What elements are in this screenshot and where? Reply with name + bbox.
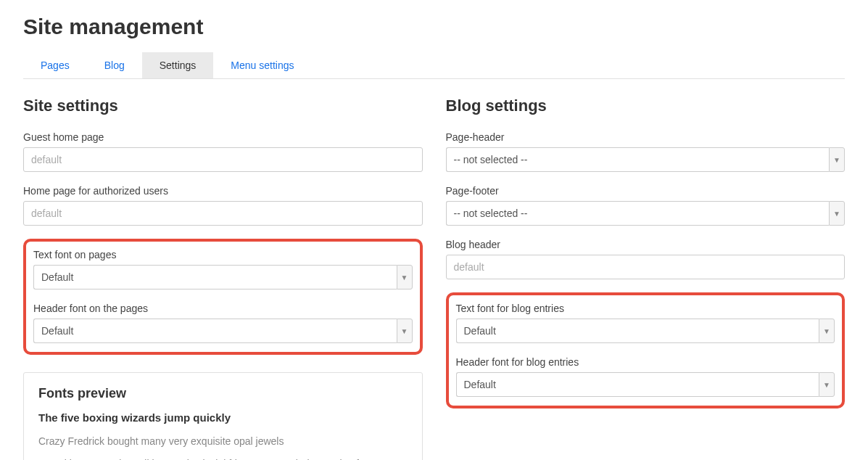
page-title: Site management (23, 15, 845, 39)
blog-header-input[interactable] (446, 255, 846, 279)
blog-header-field: Blog header (446, 239, 846, 279)
chevron-down-icon: ▼ (397, 265, 413, 289)
header-font-value: Default (33, 319, 397, 343)
blog-header-font-value: Default (456, 372, 819, 397)
blog-settings-heading: Blog settings (446, 96, 846, 115)
tab-blog[interactable]: Blog (87, 52, 142, 78)
header-font-label: Header font on the pages (33, 303, 413, 314)
fonts-preview-title: Fonts preview (38, 386, 408, 401)
page-header-field: Page-header -- not selected -- ▼ (446, 131, 846, 172)
site-fonts-highlight: Text font on pages Default ▼ Header font… (23, 239, 423, 355)
guest-home-label: Guest home page (23, 131, 423, 143)
fonts-preview-card: Fonts preview The five boxing wizards ju… (23, 372, 423, 460)
page-header-label: Page-header (446, 131, 846, 143)
blog-text-font-field: Text font for blog entries Default ▼ (456, 303, 835, 343)
page-footer-field: Page-footer -- not selected -- ▼ (446, 185, 846, 226)
text-font-field: Text font on pages Default ▼ (33, 249, 413, 289)
site-settings-heading: Site settings (23, 96, 423, 115)
blog-header-font-label: Header font for blog entries (456, 356, 835, 368)
chevron-down-icon: ▼ (819, 372, 835, 397)
guest-home-field: Guest home page (23, 131, 423, 172)
blog-fonts-highlight: Text font for blog entries Default ▼ Hea… (446, 292, 846, 408)
tab-settings[interactable]: Settings (142, 52, 214, 78)
page-footer-label: Page-footer (446, 185, 846, 197)
text-font-value: Default (33, 265, 397, 289)
chevron-down-icon: ▼ (829, 147, 845, 172)
tabs: Pages Blog Settings Menu settings (23, 52, 845, 79)
blog-text-font-value: Default (456, 319, 819, 343)
page-footer-value: -- not selected -- (446, 201, 830, 226)
blog-header-label: Blog header (446, 239, 846, 250)
tab-pages[interactable]: Pages (23, 52, 87, 78)
auth-home-label: Home page for authorized users (23, 185, 423, 197)
auth-home-input[interactable] (23, 201, 423, 226)
chevron-down-icon: ▼ (829, 201, 845, 226)
fonts-preview-line1: Crazy Fredrick bought many very exquisit… (38, 434, 408, 449)
blog-header-font-select[interactable]: Default ▼ (456, 372, 835, 397)
chevron-down-icon: ▼ (819, 319, 835, 343)
site-settings-column: Site settings Guest home page Home page … (23, 96, 423, 460)
text-font-label: Text font on pages (33, 249, 413, 260)
blog-header-font-field: Header font for blog entries Default ▼ (456, 356, 835, 397)
page-footer-select[interactable]: -- not selected -- ▼ (446, 201, 846, 226)
fonts-preview-line2: Forsaking monastic tradition, twelve jov… (38, 456, 408, 460)
auth-home-field: Home page for authorized users (23, 185, 423, 226)
fonts-preview-bold: The five boxing wizards jump quickly (38, 411, 408, 424)
header-font-select[interactable]: Default ▼ (33, 319, 413, 343)
blog-text-font-select[interactable]: Default ▼ (456, 319, 835, 343)
blog-settings-column: Blog settings Page-header -- not selecte… (446, 96, 846, 460)
tab-menu-settings[interactable]: Menu settings (213, 52, 311, 78)
header-font-field: Header font on the pages Default ▼ (33, 303, 413, 343)
guest-home-input[interactable] (23, 147, 423, 172)
blog-text-font-label: Text font for blog entries (456, 303, 835, 314)
page-header-value: -- not selected -- (446, 147, 830, 172)
chevron-down-icon: ▼ (397, 319, 413, 343)
page-header-select[interactable]: -- not selected -- ▼ (446, 147, 846, 172)
text-font-select[interactable]: Default ▼ (33, 265, 413, 289)
